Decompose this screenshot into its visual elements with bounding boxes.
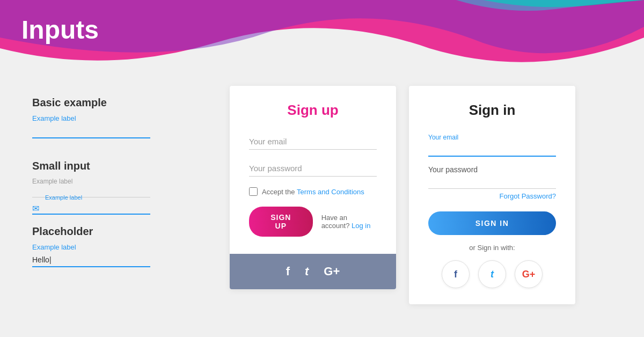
small-input-section: Small input Example label ✉ Example labe… bbox=[32, 160, 172, 215]
signin-facebook-button[interactable]: f bbox=[442, 260, 470, 288]
terms-link[interactable]: Terms and Conditions bbox=[297, 188, 364, 196]
signup-action-row: SIGN UP Have an account? Log in bbox=[249, 207, 377, 237]
signin-button[interactable]: SIGN IN bbox=[428, 211, 556, 235]
signin-email-input[interactable] bbox=[428, 142, 556, 157]
signup-social-footer: f t G+ bbox=[230, 254, 396, 289]
basic-example-input[interactable] bbox=[32, 124, 150, 138]
twitter-icon[interactable]: t bbox=[305, 265, 309, 279]
signup-email-input[interactable] bbox=[249, 134, 377, 150]
terms-checkbox[interactable] bbox=[249, 187, 258, 196]
terms-checkbox-row: Accept the Terms and Conditions bbox=[249, 187, 377, 196]
placeholder-input-field[interactable] bbox=[32, 253, 150, 267]
have-account-text: Have an account? Log in bbox=[321, 214, 377, 230]
signin-password-field: Your password bbox=[428, 165, 556, 189]
icon-input-field[interactable] bbox=[32, 202, 150, 215]
signin-email-field: Your email bbox=[428, 134, 556, 157]
signin-password-label: Your password bbox=[428, 165, 556, 174]
placeholder-label: Example label bbox=[32, 243, 172, 251]
signin-title: Sign in bbox=[428, 102, 556, 119]
basic-example-section: Basic example Example label bbox=[32, 97, 172, 149]
signup-title: Sign up bbox=[249, 102, 377, 119]
signin-password-input[interactable] bbox=[428, 175, 556, 189]
basic-example-label: Example label bbox=[32, 114, 172, 122]
login-link[interactable]: Log in bbox=[352, 222, 370, 230]
checkbox-label: Accept the Terms and Conditions bbox=[262, 188, 364, 196]
placeholder-title: Placeholder bbox=[32, 225, 172, 238]
placeholder-section: Placeholder Example label bbox=[32, 225, 172, 267]
signup-button[interactable]: SIGN UP bbox=[249, 207, 313, 237]
left-panel: Basic example Example label Small input … bbox=[32, 86, 172, 267]
facebook-icon[interactable]: f bbox=[286, 265, 290, 279]
forgot-row: Forgot Password? bbox=[428, 191, 556, 201]
signin-email-label: Your email bbox=[428, 134, 556, 141]
cards-area: Sign up Accept the Terms and Conditions … bbox=[193, 86, 612, 304]
signup-card: Sign up Accept the Terms and Conditions … bbox=[230, 86, 396, 289]
signup-email-field bbox=[249, 134, 377, 150]
small-input-title: Small input bbox=[32, 160, 172, 172]
small-input-label1: Example label bbox=[32, 178, 172, 185]
signin-twitter-button[interactable]: t bbox=[478, 260, 506, 288]
floating-label: Example label bbox=[45, 194, 82, 201]
signup-password-input[interactable] bbox=[249, 160, 377, 177]
signup-password-field bbox=[249, 160, 377, 177]
basic-example-title: Basic example bbox=[32, 97, 172, 109]
or-signin-text: or Sign in with: bbox=[428, 244, 556, 252]
googleplus-icon[interactable]: G+ bbox=[324, 265, 340, 279]
icon-input-wrapper: ✉ Example label bbox=[32, 202, 150, 215]
signin-social-buttons: f t G+ bbox=[428, 260, 556, 288]
signup-form-area: Sign up Accept the Terms and Conditions … bbox=[230, 86, 396, 254]
page-title: Inputs bbox=[21, 15, 99, 45]
mail-icon: ✉ bbox=[32, 203, 39, 214]
content-area: Basic example Example label Small input … bbox=[0, 70, 644, 337]
signin-google-button[interactable]: G+ bbox=[515, 260, 543, 288]
signin-card: Sign in Your email Your password Forgot … bbox=[409, 86, 575, 304]
forgot-password-link[interactable]: Forgot Password? bbox=[500, 192, 557, 200]
